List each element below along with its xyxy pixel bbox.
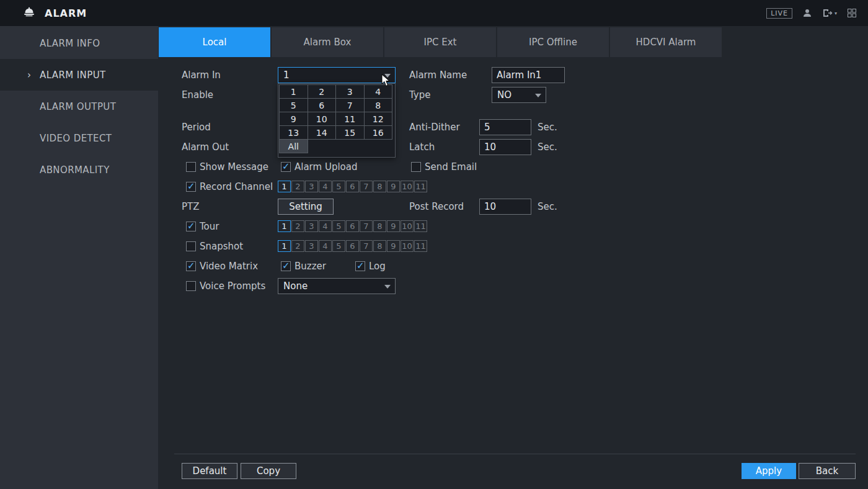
alarm-in-option-12[interactable]: 12 <box>364 112 393 126</box>
default-button[interactable]: Default <box>182 463 237 479</box>
tour-checkbox[interactable] <box>186 222 196 231</box>
tab-ipc-ext[interactable]: IPC Ext <box>384 27 497 57</box>
alarm-in-option-13[interactable]: 13 <box>279 125 308 140</box>
alarm-in-option-all[interactable]: All <box>279 139 308 153</box>
apply-button[interactable]: Apply <box>742 463 796 479</box>
alarm-in-option-3[interactable]: 3 <box>335 84 365 99</box>
log-checkbox[interactable] <box>355 261 365 271</box>
logout-icon[interactable]: ▾ <box>822 8 837 18</box>
video-matrix-checkbox[interactable] <box>186 261 196 271</box>
alarm-in-option-11[interactable]: 11 <box>335 112 365 126</box>
voice-prompts-select[interactable]: None <box>278 278 396 294</box>
latch-unit: Sec. <box>538 139 557 155</box>
channel-box-9[interactable]: 9 <box>387 240 400 252</box>
send-email-label: Send Email <box>425 159 477 175</box>
channel-box-4[interactable]: 4 <box>319 181 332 192</box>
page-title: ALARM <box>45 7 87 19</box>
buzzer-checkbox[interactable] <box>281 261 291 271</box>
channel-box-7[interactable]: 7 <box>360 220 373 232</box>
topbar-actions: LIVE ▾ <box>766 0 857 26</box>
channel-box-10[interactable]: 10 <box>401 181 414 192</box>
latch-input[interactable] <box>479 139 531 155</box>
voice-prompts-selected-value: None <box>283 280 308 292</box>
record-channel-checkbox[interactable] <box>186 182 196 192</box>
send-email-checkbox[interactable] <box>411 162 421 172</box>
channel-box-4[interactable]: 4 <box>319 220 332 232</box>
top-bar: ALARM LIVE ▾ <box>0 0 868 26</box>
alarm-upload-checkbox[interactable] <box>281 162 291 172</box>
alarm-in-option-10[interactable]: 10 <box>308 112 337 126</box>
alarm-in-option-8[interactable]: 8 <box>364 98 393 112</box>
sidebar-item-alarm-info[interactable]: ALARM INFO <box>0 27 158 59</box>
channel-box-6[interactable]: 6 <box>346 181 359 192</box>
channel-box-6[interactable]: 6 <box>346 220 359 232</box>
channel-box-11[interactable]: 11 <box>414 240 427 252</box>
sidebar-item-alarm-input[interactable]: ›ALARM INPUT <box>0 59 158 91</box>
channel-box-10[interactable]: 10 <box>401 240 414 252</box>
sidebar-item-abnormality[interactable]: ABNORMALITY <box>0 154 158 186</box>
channel-box-4[interactable]: 4 <box>319 240 332 252</box>
anti-dither-input[interactable] <box>479 119 531 135</box>
show-message-checkbox[interactable] <box>186 162 196 172</box>
sidebar-item-label: ABNORMALITY <box>40 164 110 176</box>
live-button[interactable]: LIVE <box>766 8 792 19</box>
channel-box-2[interactable]: 2 <box>291 181 304 192</box>
back-button[interactable]: Back <box>799 463 856 479</box>
channel-box-2[interactable]: 2 <box>291 220 304 232</box>
alarm-in-option-5[interactable]: 5 <box>279 98 308 112</box>
sidebar-item-alarm-output[interactable]: ALARM OUTPUT <box>0 91 158 122</box>
channel-box-10[interactable]: 10 <box>401 220 414 232</box>
tab-local[interactable]: Local <box>159 27 272 57</box>
ptz-setting-button[interactable]: Setting <box>278 199 334 215</box>
alarm-in-option-6[interactable]: 6 <box>308 98 337 112</box>
video-matrix-label: Video Matrix <box>200 258 258 274</box>
alarm-in-option-16[interactable]: 16 <box>364 125 393 140</box>
channel-box-5[interactable]: 5 <box>332 181 345 192</box>
alarm-in-option-2[interactable]: 2 <box>308 84 337 99</box>
type-select[interactable]: NO <box>492 87 546 103</box>
snapshot-checkbox[interactable] <box>186 241 196 251</box>
alarm-in-option-4[interactable]: 4 <box>364 84 393 99</box>
tour-label: Tour <box>200 218 219 235</box>
record-channel-boxes: 1234567891011 <box>278 181 427 192</box>
alarm-in-select[interactable]: 1 <box>278 67 396 83</box>
alarm-in-option-14[interactable]: 14 <box>308 125 337 140</box>
chevron-down-icon <box>384 74 391 78</box>
alarm-name-input[interactable] <box>492 67 565 83</box>
voice-prompts-checkbox[interactable] <box>186 281 196 291</box>
channel-box-6[interactable]: 6 <box>346 240 359 252</box>
channel-box-2[interactable]: 2 <box>291 240 304 252</box>
alarm-in-option-7[interactable]: 7 <box>335 98 365 112</box>
channel-box-5[interactable]: 5 <box>332 240 345 252</box>
channel-box-1[interactable]: 1 <box>278 181 291 192</box>
user-icon[interactable] <box>802 8 812 18</box>
channel-box-7[interactable]: 7 <box>360 240 373 252</box>
log-label: Log <box>369 258 386 274</box>
channel-box-11[interactable]: 11 <box>414 181 427 192</box>
channel-box-9[interactable]: 9 <box>387 181 400 192</box>
channel-box-3[interactable]: 3 <box>305 181 318 192</box>
alarm-in-option-1[interactable]: 1 <box>279 84 308 99</box>
sidebar-item-video-detect[interactable]: VIDEO DETECT <box>0 122 158 154</box>
channel-box-8[interactable]: 8 <box>373 181 386 192</box>
copy-button[interactable]: Copy <box>241 463 296 479</box>
tab-alarm-box[interactable]: Alarm Box <box>272 27 384 57</box>
tab-ipc-offline[interactable]: IPC Offline <box>497 27 610 57</box>
alarm-in-option-15[interactable]: 15 <box>335 125 365 140</box>
channel-box-7[interactable]: 7 <box>360 181 373 192</box>
record-channel-label: Record Channel <box>200 179 273 195</box>
channel-box-1[interactable]: 1 <box>278 220 291 232</box>
alarm-in-option-9[interactable]: 9 <box>279 112 308 126</box>
post-record-input[interactable] <box>479 199 531 215</box>
sidebar-item-label: ALARM INFO <box>40 38 100 49</box>
channel-box-9[interactable]: 9 <box>387 220 400 232</box>
channel-box-11[interactable]: 11 <box>414 220 427 232</box>
channel-box-3[interactable]: 3 <box>305 240 318 252</box>
tab-hdcvi-alarm[interactable]: HDCVI Alarm <box>610 27 723 57</box>
channel-box-1[interactable]: 1 <box>278 240 291 252</box>
channel-box-5[interactable]: 5 <box>332 220 345 232</box>
channel-box-8[interactable]: 8 <box>373 220 386 232</box>
view-grid-icon[interactable] <box>847 8 857 18</box>
channel-box-8[interactable]: 8 <box>373 240 386 252</box>
channel-box-3[interactable]: 3 <box>305 220 318 232</box>
